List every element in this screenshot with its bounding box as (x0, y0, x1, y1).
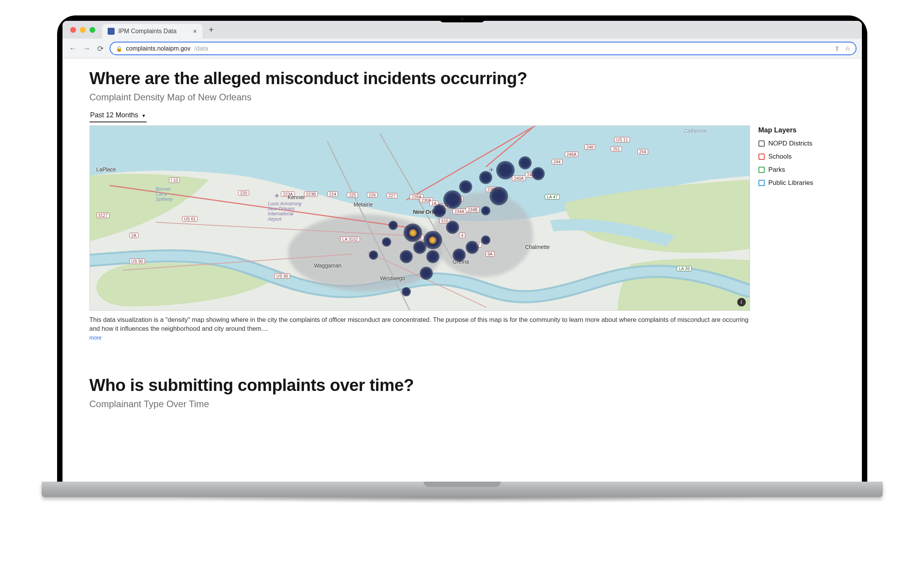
more-link[interactable]: more (90, 335, 835, 341)
heat-point (453, 249, 466, 262)
time-range-value: Past 12 Months (90, 111, 139, 119)
heat-point (466, 241, 479, 254)
legend-swatch (758, 140, 765, 147)
section-title: Where are the alleged misconduct inciden… (90, 69, 835, 88)
heat-point (402, 287, 411, 296)
heat-point (382, 237, 391, 247)
share-icon[interactable]: ⇪ (834, 45, 840, 52)
map-description: This data visualization is a "density" m… (90, 315, 750, 333)
heat-point (490, 187, 508, 205)
heat-point (481, 206, 490, 215)
browser-tab-strip: IPM Complaints Data × + (63, 21, 862, 39)
heat-point (420, 267, 433, 280)
heat-point (519, 156, 532, 169)
heat-point (481, 235, 490, 245)
heat-point (459, 180, 472, 193)
address-bar[interactable]: 🔒 complaints.nolaipm.gov/data ⇪ ☆ (110, 42, 856, 55)
url-host: complaints.nolaipm.gov (126, 45, 191, 52)
map-info-button[interactable]: i (737, 298, 746, 306)
map-layers-legend: Map Layers NOPD Districts Schools (758, 125, 835, 311)
legend-title: Map Layers (758, 126, 835, 134)
heat-point (413, 241, 426, 254)
maximize-window-button[interactable] (90, 27, 95, 33)
browser-toolbar: ← → ⟳ 🔒 complaints.nolaipm.gov/data ⇪ ☆ (63, 39, 862, 59)
minimize-window-button[interactable] (80, 27, 86, 33)
heat-point (479, 171, 492, 184)
legend-swatch (758, 180, 765, 186)
legend-swatch (758, 154, 765, 160)
lock-icon: 🔒 (116, 46, 122, 52)
page-content: Where are the alleged misconduct inciden… (63, 59, 862, 482)
time-range-dropdown[interactable]: Past 12 Months ▼ (90, 110, 147, 122)
heat-point (424, 231, 442, 249)
legend-item-schools[interactable]: Schools (758, 153, 835, 161)
laptop-mockup: IPM Complaints Data × + ← → ⟳ 🔒 complain… (57, 15, 867, 506)
tab-title: IPM Complaints Data (118, 28, 177, 35)
close-window-button[interactable] (70, 27, 76, 33)
forward-button[interactable]: → (82, 44, 92, 53)
legend-item-libraries[interactable]: Public Libraries (758, 179, 835, 187)
heat-point (433, 204, 446, 217)
heat-point (496, 161, 515, 179)
legend-item-nopd[interactable]: NOPD Districts (758, 140, 835, 147)
heat-point (369, 250, 378, 260)
heat-point (532, 167, 545, 180)
reload-button[interactable]: ⟳ (96, 44, 106, 53)
legend-label: Parks (769, 166, 785, 174)
heat-point (446, 221, 459, 234)
legend-label: Public Libraries (769, 179, 813, 187)
heat-point (400, 250, 413, 263)
legend-label: NOPD Districts (769, 140, 813, 147)
window-controls (66, 27, 99, 33)
tab-close-icon[interactable]: × (193, 28, 197, 35)
heat-point (443, 190, 462, 209)
new-tab-button[interactable]: + (206, 24, 217, 36)
tab-favicon (108, 28, 115, 35)
heat-point (426, 250, 439, 263)
section-subtitle: Complainant Type Over Time (90, 399, 835, 409)
section-title: Who is submitting complaints over time? (90, 376, 835, 395)
heat-point (404, 223, 422, 242)
heat-layer (90, 126, 750, 310)
section-subtitle: Complaint Density Map of New Orleans (90, 92, 835, 103)
browser-chrome: IPM Complaints Data × + ← → ⟳ 🔒 complain… (63, 21, 862, 59)
legend-swatch (758, 167, 765, 173)
heat-point (389, 221, 398, 230)
bookmark-icon[interactable]: ☆ (845, 45, 850, 52)
browser-tab[interactable]: IPM Complaints Data × (102, 24, 203, 39)
url-path: /data (194, 45, 208, 52)
density-map[interactable]: I 10 US 61 3127 LA 3152 US 90 US 90 US 1… (90, 125, 750, 311)
back-button[interactable]: ← (68, 44, 78, 53)
legend-item-parks[interactable]: Parks (758, 166, 835, 174)
chevron-down-icon: ▼ (142, 113, 146, 118)
legend-label: Schools (769, 153, 792, 161)
